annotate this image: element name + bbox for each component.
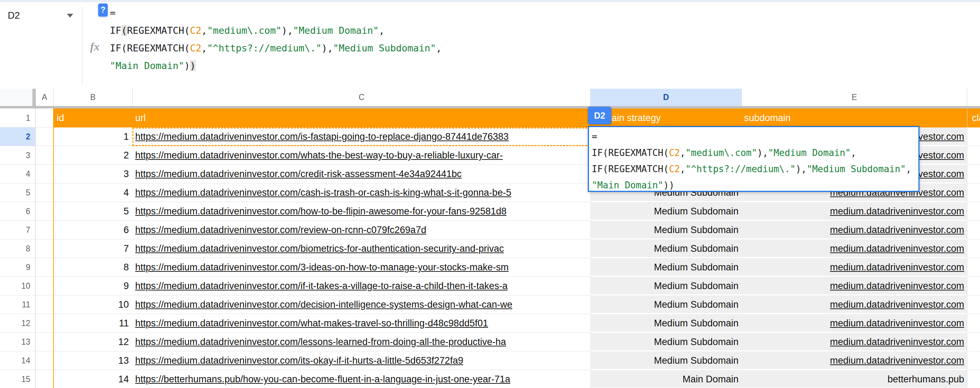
cell-strategy-6[interactable]: Medium Subdomain: [590, 202, 741, 221]
cell-id-5[interactable]: 4: [53, 183, 132, 202]
cell-a3[interactable]: [35, 146, 53, 165]
cell-url-8[interactable]: https://medium.datadriveninvestor.com/bi…: [132, 239, 590, 258]
cell-subdomain-14[interactable]: medium.datadriveninvestor.com: [741, 351, 967, 370]
column-header-f[interactable]: [967, 89, 980, 106]
cell-a1[interactable]: [35, 108, 53, 127]
subdomain-link[interactable]: medium.datadriveninvestor.com: [830, 355, 964, 366]
cell-f-9[interactable]: [967, 258, 980, 277]
cell-f-5[interactable]: [967, 183, 980, 202]
cell-url-9[interactable]: https://medium.datadriveninvestor.com/3-…: [132, 258, 590, 277]
cell-a5[interactable]: [35, 183, 53, 202]
subdomain-link[interactable]: medium.datadriveninvestor.com: [830, 243, 964, 254]
cell-url-3[interactable]: https://medium.datadriveninvestor.com/wh…: [132, 146, 590, 165]
cell-a7[interactable]: [35, 221, 53, 239]
url-link[interactable]: https://medium.datadriveninvestor.com/cr…: [135, 169, 461, 179]
table-header-url[interactable]: url: [132, 108, 590, 127]
cell-f-13[interactable]: [967, 333, 980, 351]
table-header-class[interactable]: class: [967, 108, 980, 127]
cell-a10[interactable]: [35, 277, 53, 296]
column-header-A[interactable]: A: [35, 89, 53, 106]
column-header-C[interactable]: C: [132, 89, 590, 106]
cell-subdomain-12[interactable]: medium.datadriveninvestor.com: [741, 314, 967, 333]
cell-subdomain-15[interactable]: betterhumans.pub: [741, 370, 967, 388]
row-header-3[interactable]: 3: [0, 146, 35, 165]
cell-url-15[interactable]: https://betterhumans.pub/how-you-can-bec…: [132, 370, 590, 388]
cell-a4[interactable]: [35, 165, 53, 183]
cell-f-4[interactable]: [967, 165, 980, 183]
row-header-10[interactable]: 10: [0, 277, 35, 296]
row-header-6[interactable]: 6: [0, 202, 35, 221]
subdomain-link[interactable]: medium.datadriveninvestor.com: [830, 299, 964, 310]
table-header-id[interactable]: id: [53, 108, 132, 127]
row-header-7[interactable]: 7: [0, 221, 35, 239]
url-link[interactable]: https://betterhumans.pub/how-you-can-bec…: [135, 374, 511, 385]
cell-a12[interactable]: [35, 314, 53, 333]
url-link[interactable]: https://medium.datadriveninvestor.com/wh…: [135, 318, 488, 329]
cell-a14[interactable]: [35, 351, 53, 370]
formula-help-button[interactable]: ?: [98, 3, 108, 17]
cell-id-2[interactable]: 1: [53, 127, 132, 146]
url-link[interactable]: https://medium.datadriveninvestor.com/3-…: [135, 262, 509, 272]
select-all-corner[interactable]: [0, 89, 32, 106]
cell-a9[interactable]: [35, 258, 53, 277]
cell-strategy-9[interactable]: Medium Subdomain: [590, 258, 741, 277]
cell-subdomain-11[interactable]: medium.datadriveninvestor.com: [741, 296, 967, 314]
cell-a11[interactable]: [35, 296, 53, 314]
cell-url-11[interactable]: https://medium.datadriveninvestor.com/de…: [132, 296, 590, 314]
cell-f-8[interactable]: [967, 239, 980, 258]
column-header-B[interactable]: B: [53, 89, 132, 106]
cell-id-6[interactable]: 5: [53, 202, 132, 221]
cell-url-6[interactable]: https://medium.datadriveninvestor.com/ho…: [132, 202, 590, 221]
cell-a8[interactable]: [35, 239, 53, 258]
row-header-12[interactable]: 12: [0, 314, 35, 333]
subdomain-link[interactable]: medium.datadriveninvestor.com: [830, 262, 964, 272]
url-link[interactable]: https://medium.datadriveninvestor.com/ca…: [135, 187, 511, 198]
column-header-E[interactable]: E: [741, 89, 967, 106]
cell-id-14[interactable]: 13: [53, 351, 132, 370]
cell-strategy-12[interactable]: Medium Subdomain: [590, 314, 741, 333]
url-link[interactable]: https://medium.datadriveninvestor.com/bi…: [135, 243, 504, 254]
table-header-domain-strategy[interactable]: domain strategy: [590, 108, 741, 127]
cell-f-15[interactable]: [967, 370, 980, 388]
name-box[interactable]: D2: [8, 8, 60, 22]
cell-url-7[interactable]: https://medium.datadriveninvestor.com/re…: [132, 221, 590, 239]
cell-id-9[interactable]: 8: [53, 258, 132, 277]
url-link[interactable]: https://medium.datadriveninvestor.com/le…: [135, 337, 506, 347]
url-link[interactable]: https://medium.datadriveninvestor.com/re…: [135, 225, 426, 235]
row-header-15[interactable]: 15: [0, 370, 35, 388]
cell-strategy-7[interactable]: Medium Subdomain: [590, 221, 741, 239]
cell-id-4[interactable]: 3: [53, 165, 132, 183]
cell-f-6[interactable]: [967, 202, 980, 221]
cell-f-3[interactable]: [967, 146, 980, 165]
cell-id-11[interactable]: 10: [53, 296, 132, 314]
url-link[interactable]: https://medium.datadriveninvestor.com/de…: [135, 299, 512, 310]
url-link[interactable]: https://medium.datadriveninvestor.com/wh…: [135, 150, 503, 161]
cell-a2[interactable]: [35, 127, 53, 146]
table-header-subdomain[interactable]: subdomain: [741, 108, 967, 127]
cell-strategy-10[interactable]: Medium Subdomain: [590, 277, 741, 296]
cell-f-7[interactable]: [967, 221, 980, 239]
row-header-8[interactable]: 8: [0, 239, 35, 258]
cell-a6[interactable]: [35, 202, 53, 221]
cell-url-5[interactable]: https://medium.datadriveninvestor.com/ca…: [132, 183, 590, 202]
cell-id-13[interactable]: 12: [53, 333, 132, 351]
cell-subdomain-6[interactable]: medium.datadriveninvestor.com: [741, 202, 967, 221]
row-header-9[interactable]: 9: [0, 258, 35, 277]
row-header-13[interactable]: 13: [0, 333, 35, 351]
cell-id-15[interactable]: 14: [53, 370, 132, 388]
row-header-2[interactable]: 2: [0, 127, 35, 146]
row-header-11[interactable]: 11: [0, 296, 35, 314]
cell-subdomain-10[interactable]: medium.datadriveninvestor.com: [741, 277, 967, 296]
row-header-4[interactable]: 4: [0, 165, 35, 183]
cell-url-13[interactable]: https://medium.datadriveninvestor.com/le…: [132, 333, 590, 351]
cell-url-10[interactable]: https://medium.datadriveninvestor.com/if…: [132, 277, 590, 296]
cell-url-4[interactable]: https://medium.datadriveninvestor.com/cr…: [132, 165, 590, 183]
cell-id-10[interactable]: 9: [53, 277, 132, 296]
cell-strategy-14[interactable]: Medium Subdomain: [590, 351, 741, 370]
cell-subdomain-13[interactable]: medium.datadriveninvestor.com: [741, 333, 967, 351]
name-box-dropdown-icon[interactable]: [67, 14, 73, 17]
cell-f-2[interactable]: [967, 127, 980, 146]
cell-id-8[interactable]: 7: [53, 239, 132, 258]
cell-strategy-13[interactable]: Medium Subdomain: [590, 333, 741, 351]
row-header-5[interactable]: 5: [0, 183, 35, 202]
